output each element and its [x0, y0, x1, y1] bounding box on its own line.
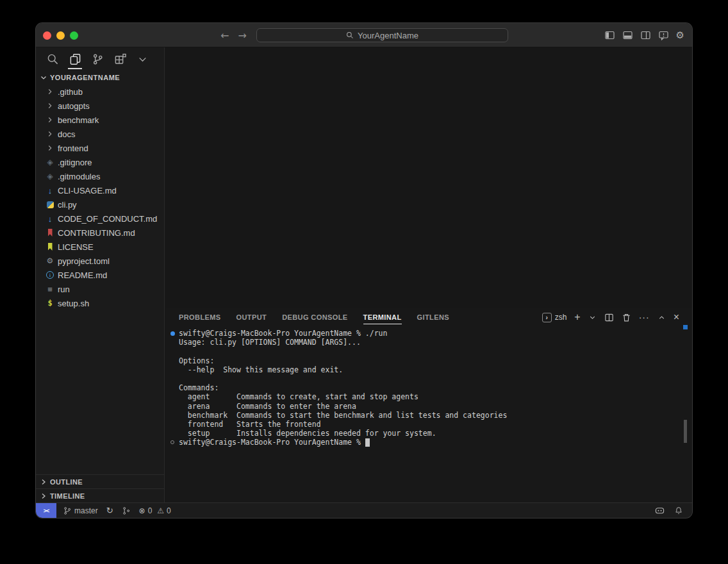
markdown-icon: ↓ — [45, 213, 55, 224]
close-panel-icon[interactable]: × — [674, 311, 679, 323]
terminal-scrollbar[interactable] — [684, 420, 687, 443]
terminal-line: swifty@Craigs-MacBook-Pro YourAgentName … — [179, 329, 692, 338]
tree-item-readme[interactable]: i README.md — [36, 268, 163, 282]
more-actions-icon[interactable]: ··· — [639, 312, 650, 322]
tree-item-label: .github — [58, 87, 83, 97]
tree-item-cli-usage[interactable]: ↓ CLI-USAGE.md — [36, 183, 163, 197]
search-view-icon[interactable] — [46, 50, 60, 69]
tree-item-label: CONTRIBUTING.md — [58, 228, 135, 238]
git-file-icon: ◈ — [45, 171, 55, 181]
settings-gear-icon[interactable]: ⚙ — [676, 31, 684, 40]
tree-item-pyproject[interactable]: ⚙ pyproject.toml — [36, 254, 163, 268]
terminal-line — [179, 347, 692, 356]
toggle-panel-icon[interactable] — [622, 30, 633, 40]
tree-item-docs[interactable]: docs — [36, 127, 163, 141]
new-terminal-icon[interactable]: + — [574, 311, 580, 323]
tab-debug-console[interactable]: DEBUG CONSOLE — [282, 308, 347, 327]
close-window-button[interactable] — [43, 31, 51, 40]
terminal-line: benchmark Commands to start the benchmar… — [179, 411, 692, 420]
tree-item-label: README.md — [58, 270, 107, 280]
tab-terminal[interactable]: TERMINAL — [363, 308, 402, 327]
tree-item-setup-sh[interactable]: $ setup.sh — [36, 296, 163, 310]
tab-gitlens[interactable]: GITLENS — [417, 308, 449, 327]
tree-item-license[interactable]: LICENSE — [36, 240, 163, 254]
split-terminal-icon[interactable] — [604, 313, 614, 322]
tree-item-run[interactable]: ≡ run — [36, 282, 163, 296]
warning-count: 0 — [167, 506, 171, 515]
chevron-right-icon — [45, 115, 55, 125]
command-decoration-icon[interactable] — [170, 440, 174, 444]
outline-label: OUTLINE — [50, 478, 83, 486]
tree-item-label: autogpts — [58, 101, 90, 111]
command-decoration-icon[interactable] — [170, 331, 175, 336]
notifications-bell-icon[interactable] — [674, 506, 683, 515]
shell-selector[interactable]: › zsh — [542, 313, 567, 322]
tree-item-benchmark[interactable]: benchmark — [36, 113, 163, 127]
python-icon — [45, 199, 55, 210]
tree-item-gitignore[interactable]: ◈ .gitignore — [36, 155, 163, 169]
terminal-line: Options: — [179, 356, 692, 365]
git-graph-icon[interactable] — [122, 506, 131, 515]
remote-indicator[interactable]: >< — [36, 503, 56, 518]
tree-item-code-of-conduct[interactable]: ↓ CODE_OF_CONDUCT.md — [36, 212, 163, 226]
explorer-view-icon[interactable] — [68, 50, 82, 69]
back-icon[interactable]: ← — [220, 29, 229, 42]
tree-item-label: LICENSE — [58, 242, 94, 252]
problems-indicator[interactable]: ⊗ 0 ⚠ 0 — [139, 506, 171, 515]
outline-section[interactable]: OUTLINE — [36, 474, 164, 488]
source-control-view-icon[interactable] — [90, 50, 104, 69]
tree-item-label: .gitignore — [58, 158, 92, 167]
minimize-window-button[interactable] — [56, 31, 65, 40]
editor-area[interactable] — [165, 47, 692, 308]
tree-item-cli-py[interactable]: cli.py — [36, 197, 163, 212]
terminal-line: setup Installs dependencies needed for y… — [179, 429, 692, 438]
overview-ruler-mark — [683, 325, 688, 329]
terminal-line: Commands: — [179, 383, 692, 392]
error-count: 0 — [148, 506, 153, 515]
command-center-search[interactable]: YourAgentName — [256, 28, 508, 42]
timeline-section[interactable]: TIMELINE — [36, 488, 164, 502]
views-more-icon[interactable] — [135, 50, 149, 69]
tree-item-github[interactable]: .github — [36, 85, 163, 99]
file-explorer-tree: YOURAGENTNAME .github autogpts benchmark… — [36, 70, 163, 473]
tree-root[interactable]: YOURAGENTNAME — [36, 70, 163, 85]
chevron-right-icon — [45, 87, 55, 97]
extensions-view-icon[interactable] — [113, 50, 127, 69]
tab-output[interactable]: OUTPUT — [236, 308, 267, 327]
tree-item-label: cli.py — [58, 200, 77, 210]
tab-problems[interactable]: PROBLEMS — [179, 308, 221, 327]
titlebar: ← → YourAgentName — [36, 23, 692, 47]
feedback-icon[interactable] — [658, 30, 669, 40]
chevron-right-icon — [38, 491, 49, 501]
shell-label: zsh — [555, 313, 567, 322]
copilot-icon[interactable] — [654, 506, 665, 515]
sidebar: YOURAGENTNAME .github autogpts benchmark… — [36, 47, 165, 502]
tree-item-label: setup.sh — [58, 299, 89, 308]
markdown-icon: ↓ — [45, 185, 55, 195]
bottom-panel: PROBLEMS OUTPUT DEBUG CONSOLE TERMINAL G… — [165, 308, 692, 502]
tree-item-contributing[interactable]: CONTRIBUTING.md — [36, 226, 163, 240]
toggle-secondary-sidebar-icon[interactable] — [640, 30, 651, 40]
tree-item-autogpts[interactable]: autogpts — [36, 99, 163, 113]
git-branch-icon — [63, 506, 72, 515]
terminal-dropdown-icon[interactable] — [588, 313, 597, 322]
forward-icon[interactable]: → — [238, 29, 246, 42]
kill-terminal-icon[interactable] — [622, 313, 631, 322]
toggle-primary-sidebar-icon[interactable] — [604, 30, 615, 40]
tree-item-frontend[interactable]: frontend — [36, 141, 163, 155]
maximize-panel-icon[interactable] — [658, 313, 666, 322]
branch-indicator[interactable]: master — [63, 506, 98, 515]
vscode-window: ← → YourAgentName — [36, 23, 692, 518]
terminal-prompt-line: swifty@Craigs-MacBook-Pro YourAgentName … — [179, 438, 692, 447]
chevron-right-icon — [45, 129, 55, 139]
panel-tabs: PROBLEMS OUTPUT DEBUG CONSOLE TERMINAL G… — [165, 308, 449, 327]
titlebar-actions: ⚙ — [604, 23, 684, 47]
info-icon: i — [45, 270, 55, 280]
tree-item-gitmodules[interactable]: ◈ .gitmodules — [36, 169, 163, 183]
zoom-window-button[interactable] — [70, 31, 78, 40]
terminal-line: frontend Starts the frontend — [179, 420, 692, 429]
sync-icon[interactable]: ↻ — [106, 506, 113, 515]
chevron-right-icon — [45, 101, 55, 111]
terminal-output[interactable]: swifty@Craigs-MacBook-Pro YourAgentName … — [165, 327, 692, 447]
warning-icon: ⚠ — [157, 506, 164, 515]
